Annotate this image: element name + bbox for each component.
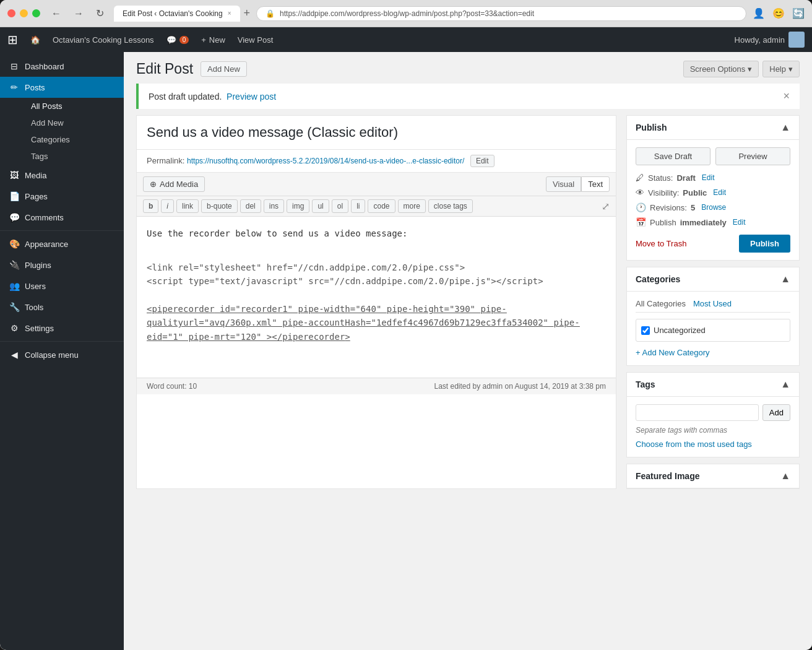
publish-time-row: 📅 Publish immediately Edit [636, 217, 790, 227]
featured-image-panel-header[interactable]: Featured Image ▲ [627, 464, 799, 488]
window-controls [7, 9, 40, 17]
tags-panel-body: Add Separate tags with commas Choose fro… [627, 397, 799, 457]
fmt-ol-btn[interactable]: ol [332, 199, 348, 213]
wp-logo-icon[interactable]: ⊞ [7, 32, 18, 47]
profile-icon[interactable]: 👤 [753, 7, 765, 19]
fmt-more-btn[interactable]: more [398, 199, 426, 213]
preview-post-link[interactable]: Preview post [227, 92, 276, 102]
visibility-edit-link[interactable]: Edit [713, 188, 726, 197]
fmt-ins-btn[interactable]: ins [264, 199, 284, 213]
revisions-browse-link[interactable]: Browse [701, 203, 726, 212]
fmt-code-btn[interactable]: code [368, 199, 395, 213]
tags-input[interactable] [636, 404, 759, 421]
sidebar-item-posts[interactable]: ✏ Posts [0, 77, 124, 98]
tab-title: Edit Post ‹ Octavian's Cooking [123, 9, 223, 18]
sidebar-item-appearance[interactable]: 🎨 Appearance [0, 233, 124, 254]
close-window-btn[interactable] [7, 9, 15, 17]
help-button[interactable]: Help ▾ [762, 61, 800, 77]
admin-bar-view-post[interactable]: View Post [231, 35, 280, 45]
add-media-icon: ⊕ [150, 180, 157, 189]
back-btn[interactable]: ← [48, 6, 65, 22]
refresh-btn[interactable]: ↻ [92, 5, 108, 22]
fmt-del-btn[interactable]: del [240, 199, 261, 213]
add-new-category-link[interactable]: + Add New Category [636, 348, 710, 357]
fmt-bquote-btn[interactable]: b-quote [201, 199, 238, 213]
sidebar-item-pages[interactable]: 📄 Pages [0, 186, 124, 207]
sidebar-sub-all-posts[interactable]: All Posts [22, 98, 124, 115]
permalink-edit-btn[interactable]: Edit [470, 155, 495, 167]
all-categories-tab[interactable]: All Categories [636, 299, 686, 308]
visibility-icon: 👁 [636, 188, 644, 197]
help-arrow-icon: ▾ [788, 64, 793, 74]
editor-content[interactable]: Use the recorder below to send us a vide… [137, 217, 616, 378]
add-new-button[interactable]: Add New [201, 61, 247, 77]
publish-panel-toggle-icon: ▲ [780, 122, 790, 133]
sidebar: ⊟ Dashboard ✏ Posts All Posts Add New Ca… [0, 52, 124, 650]
admin-bar-comments[interactable]: 💬 0 [160, 35, 196, 45]
categories-panel-header[interactable]: Categories ▲ [627, 267, 799, 292]
posts-icon: ✏ [9, 82, 20, 92]
sidebar-sub-tags[interactable]: Tags [22, 148, 124, 165]
fmt-close-tags-btn[interactable]: close tags [428, 199, 473, 213]
sidebar-sub-add-new[interactable]: Add New [22, 115, 124, 131]
publish-panel-header[interactable]: Publish ▲ [627, 116, 799, 140]
fmt-link-btn[interactable]: link [176, 199, 199, 213]
visual-btn[interactable]: Visual [546, 176, 581, 192]
sidebar-appearance-label: Appearance [25, 240, 68, 249]
forward-btn[interactable]: → [70, 6, 87, 22]
sidebar-item-media[interactable]: 🖼 Media [0, 165, 124, 186]
sidebar-pages-label: Pages [25, 192, 48, 201]
screen-options-button[interactable]: Screen Options ▾ [683, 61, 759, 77]
tags-panel-header[interactable]: Tags ▲ [627, 373, 799, 397]
sidebar-item-comments[interactable]: 💬 Comments [0, 207, 124, 228]
emoji-icon[interactable]: 😊 [772, 7, 785, 19]
new-tab-btn[interactable]: + [244, 7, 251, 20]
sidebar-item-dashboard[interactable]: ⊟ Dashboard [0, 56, 124, 77]
sidebar-item-plugins[interactable]: 🔌 Plugins [0, 254, 124, 275]
notice-close-btn[interactable]: × [783, 90, 790, 103]
address-bar[interactable]: 🔒 https://addpipe.com/wordpress-blog/wp-… [256, 6, 746, 21]
admin-bar-home[interactable]: 🏠 [24, 35, 46, 45]
extensions-icon[interactable]: 🔄 [792, 7, 805, 19]
admin-bar-new[interactable]: + New [195, 35, 231, 45]
fmt-ul-btn[interactable]: ul [312, 199, 329, 213]
admin-bar-site-name[interactable]: Octavian's Cooking Lessons [46, 35, 160, 45]
publish-time-edit-link[interactable]: Edit [733, 218, 746, 227]
minimize-window-btn[interactable] [20, 9, 28, 17]
sidebar-item-settings[interactable]: ⚙ Settings [0, 318, 124, 339]
post-title-input[interactable] [137, 116, 616, 150]
text-btn[interactable]: Text [581, 176, 610, 192]
move-to-trash-link[interactable]: Move to Trash [636, 239, 686, 248]
expand-editor-btn[interactable]: ⤢ [602, 201, 610, 212]
sidebar-sub-categories[interactable]: Categories [22, 131, 124, 148]
preview-btn[interactable]: Preview [715, 147, 790, 165]
add-media-btn[interactable]: ⊕ Add Media [143, 176, 205, 192]
editor-footer: Word count: 10 Last edited by admin on A… [137, 378, 616, 394]
maximize-window-btn[interactable] [32, 9, 40, 17]
publish-panel: Publish ▲ Save Draft Preview 🖊 [626, 115, 800, 261]
revisions-label: Revisions: [650, 203, 687, 212]
publish-btn[interactable]: Publish [739, 235, 790, 253]
fmt-li-btn[interactable]: li [351, 199, 365, 213]
fmt-italic-btn[interactable]: i [161, 199, 174, 213]
permalink-url[interactable]: https://nusofthq.com/wordpress-5.2.2/201… [187, 157, 464, 165]
sidebar-item-tools[interactable]: 🔧 Tools [0, 297, 124, 318]
browser-tab[interactable]: Edit Post ‹ Octavian's Cooking × [114, 6, 240, 22]
tags-add-btn[interactable]: Add [762, 404, 790, 421]
status-edit-link[interactable]: Edit [702, 173, 715, 182]
content-header: Edit Post Add New Screen Options ▾ Help … [124, 52, 812, 84]
sidebar-item-collapse[interactable]: ◀ Collapse menu [0, 344, 124, 365]
sidebar-collapse-label: Collapse menu [25, 350, 79, 360]
format-toolbar: b i link b-quote del ins img ul ol li co… [137, 196, 616, 217]
users-icon: 👥 [9, 281, 20, 291]
sidebar-item-users[interactable]: 👥 Users [0, 275, 124, 297]
tab-close-btn[interactable]: × [228, 10, 231, 17]
choose-tags-link[interactable]: Choose from the most used tags [636, 440, 752, 449]
save-draft-btn[interactable]: Save Draft [636, 147, 710, 165]
most-used-tab[interactable]: Most Used [693, 299, 732, 308]
fmt-img-btn[interactable]: img [287, 199, 309, 213]
tags-input-row: Add [636, 404, 790, 421]
uncategorized-checkbox[interactable] [641, 326, 650, 335]
sidebar-users-label: Users [25, 282, 46, 291]
fmt-bold-btn[interactable]: b [143, 199, 158, 213]
